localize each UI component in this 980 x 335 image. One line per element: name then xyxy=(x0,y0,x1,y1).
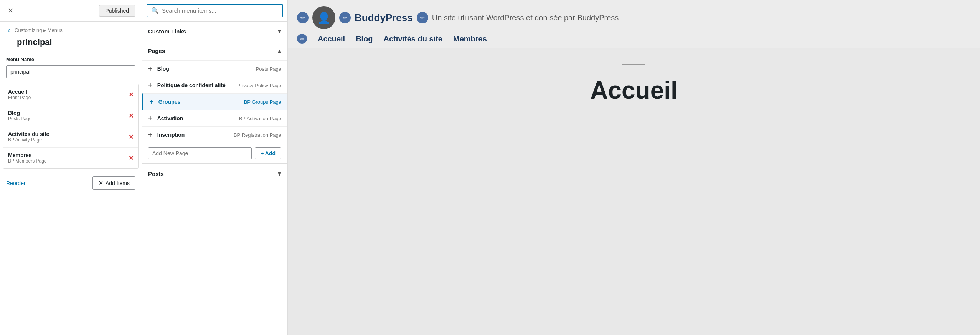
edit-logo-icon[interactable]: ✏ xyxy=(339,12,351,23)
menu-item-row: Blog Posts Page ✕ xyxy=(3,105,138,126)
add-icon: + xyxy=(148,131,153,139)
menu-items-list: Accueil Front Page ✕ Blog Posts Page ✕ A… xyxy=(3,84,139,169)
close-icon: ✕ xyxy=(98,179,103,187)
remove-membres-button[interactable]: ✕ xyxy=(129,154,134,162)
preview-inner: ✏ 👤 ✏ BuddyPress ✏ Un site utilisant Wor… xyxy=(288,0,980,335)
menu-name-label: Menu Name xyxy=(0,52,142,65)
menu-title: principal xyxy=(0,36,142,52)
add-icon: + xyxy=(148,81,153,89)
menu-item-type: Front Page xyxy=(8,95,31,100)
custom-links-header[interactable]: Custom Links ▾ xyxy=(142,22,287,41)
avatar: 👤 xyxy=(312,6,335,29)
search-input-wrap: 🔍 xyxy=(147,4,283,17)
nav-item-activites[interactable]: Activités du site xyxy=(384,35,442,43)
back-button[interactable]: ‹ xyxy=(6,25,12,35)
chevron-down-icon: ▾ xyxy=(278,27,281,35)
page-heading: Accueil xyxy=(288,76,980,104)
menu-item-type: BP Members Page xyxy=(8,158,47,164)
custom-links-title: Custom Links xyxy=(148,28,186,35)
list-item[interactable]: + Activation BP Activation Page xyxy=(142,110,287,126)
add-new-page-row: + Add xyxy=(142,143,287,163)
search-icon: 🔍 xyxy=(151,7,159,14)
page-item-name: Blog xyxy=(157,66,251,72)
menu-item-type: Posts Page xyxy=(8,116,31,121)
preview-panel: ✏ 👤 ✏ BuddyPress ✏ Un site utilisant Wor… xyxy=(288,0,980,335)
menu-item-name: Blog xyxy=(8,110,31,116)
site-top-row: ✏ 👤 ✏ BuddyPress ✏ Un site utilisant Wor… xyxy=(297,6,971,29)
add-icon: + xyxy=(148,114,153,122)
menu-item-name: Membres xyxy=(8,152,47,158)
remove-blog-button[interactable]: ✕ xyxy=(129,112,134,119)
menu-item-name: Activités du site xyxy=(8,131,49,137)
nav-item-blog[interactable]: Blog xyxy=(356,35,373,43)
site-title: BuddyPress xyxy=(355,12,413,24)
pages-section: Pages ▴ + Blog Posts Page + Politique de… xyxy=(142,41,287,164)
custom-links-section: Custom Links ▾ xyxy=(142,22,287,41)
preview-divider xyxy=(622,64,645,65)
list-item[interactable]: + Inscription BP Registration Page xyxy=(142,126,287,143)
nav-item-membres[interactable]: Membres xyxy=(453,35,487,43)
left-panel: ✕ Published ‹ Customizing ▸ Menus princi… xyxy=(0,0,142,335)
page-item-name: Groupes xyxy=(158,99,239,105)
menu-item-type: BP Activity Page xyxy=(8,137,49,143)
breadcrumb-text: Customizing ▸ Menus xyxy=(15,27,63,33)
chevron-down-icon: ▾ xyxy=(278,169,281,178)
edit-site-icon[interactable]: ✏ xyxy=(297,12,309,23)
bottom-actions: Reorder ✕ Add Items xyxy=(0,172,142,194)
pages-content: + Blog Posts Page + Politique de confide… xyxy=(142,60,287,163)
page-item-type: Privacy Policy Page xyxy=(237,83,281,88)
list-item[interactable]: + Politique de confidentialité Privacy P… xyxy=(142,77,287,93)
add-new-page-input[interactable] xyxy=(148,147,252,159)
menu-item-row: Membres BP Members Page ✕ xyxy=(3,148,138,168)
site-nav: ✏ Accueil Blog Activités du site Membres xyxy=(297,34,971,44)
page-item-type: BP Groups Page xyxy=(244,99,281,105)
reorder-button[interactable]: Reorder xyxy=(6,180,26,186)
close-button[interactable]: ✕ xyxy=(6,5,15,17)
menu-item-name: Accueil xyxy=(8,89,31,95)
add-icon: + xyxy=(149,98,154,106)
menu-item-row: Activités du site BP Activity Page ✕ xyxy=(3,126,138,148)
page-item-type: BP Registration Page xyxy=(234,132,281,138)
page-item-type: BP Activation Page xyxy=(239,116,281,121)
list-item[interactable]: + Groupes BP Groups Page xyxy=(142,93,287,110)
posts-section[interactable]: Posts ▾ xyxy=(142,164,287,183)
menu-name-input[interactable] xyxy=(6,65,135,78)
page-item-name: Activation xyxy=(157,115,234,121)
search-input[interactable] xyxy=(162,7,278,14)
site-tagline: Un site utilisant WordPress et don sée p… xyxy=(432,13,619,22)
add-items-button[interactable]: ✕ Add Items xyxy=(92,176,135,190)
page-item-name: Politique de confidentialité xyxy=(157,82,233,88)
page-item-type: Posts Page xyxy=(256,66,282,72)
edit-nav-icon[interactable]: ✏ xyxy=(297,34,307,44)
edit-tagline-icon[interactable]: ✏ xyxy=(417,12,428,23)
chevron-up-icon: ▴ xyxy=(278,46,281,55)
nav-item-accueil[interactable]: Accueil xyxy=(318,35,345,43)
add-icon: + xyxy=(148,65,153,73)
middle-panel: 🔍 Custom Links ▾ Pages ▴ + Blog Posts Pa… xyxy=(142,0,288,335)
breadcrumb-bar: ‹ Customizing ▸ Menus xyxy=(0,22,142,36)
pages-title: Pages xyxy=(148,48,165,54)
list-item[interactable]: + Blog Posts Page xyxy=(142,60,287,77)
site-header: ✏ 👤 ✏ BuddyPress ✏ Un site utilisant Wor… xyxy=(288,0,980,48)
menu-item-row: Accueil Front Page ✕ xyxy=(3,84,138,105)
remove-activites-button[interactable]: ✕ xyxy=(129,133,134,141)
posts-title: Posts xyxy=(148,171,164,177)
top-bar: ✕ Published xyxy=(0,0,142,22)
add-new-page-button[interactable]: + Add xyxy=(255,147,281,159)
pages-header[interactable]: Pages ▴ xyxy=(142,41,287,60)
page-item-name: Inscription xyxy=(157,132,229,138)
published-button[interactable]: Published xyxy=(99,5,136,17)
search-bar: 🔍 xyxy=(142,0,287,22)
remove-accueil-button[interactable]: ✕ xyxy=(129,91,134,98)
